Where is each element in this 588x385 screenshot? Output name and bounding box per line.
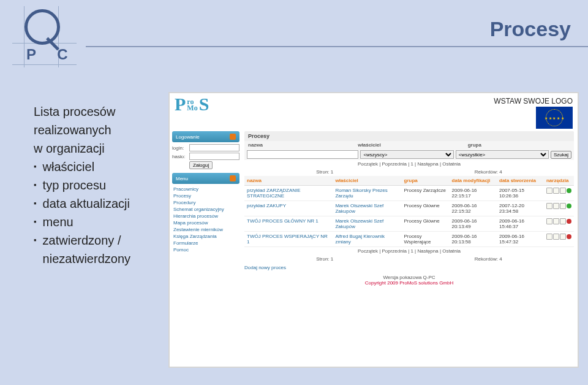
tool-icon[interactable] xyxy=(560,218,566,224)
pager-stron-bottom: Stron: 1 xyxy=(316,256,333,262)
table-row: przykład ZARZĄDZANIE STRATEGICZNERoman S… xyxy=(244,186,574,201)
pager-nav[interactable]: Początek | Poprzednia | 1 | Następna | O… xyxy=(358,161,461,167)
process-link[interactable]: przykład ZARZĄDZANIE STRATEGICZNE xyxy=(247,188,301,199)
add-process-link[interactable]: Dodaj nowy proces xyxy=(244,263,286,272)
section-title: Procesy xyxy=(244,131,574,141)
menu-item[interactable]: Procedury xyxy=(172,199,239,206)
status-unapproved-icon xyxy=(567,219,571,224)
tool-icon[interactable] xyxy=(546,188,552,194)
eu-flag-icon xyxy=(536,107,573,129)
tool-icon[interactable] xyxy=(546,234,552,240)
password-input[interactable] xyxy=(189,153,239,160)
owner-link[interactable]: Alfred Bugaj Kierownik zmiany xyxy=(335,234,384,245)
pager-rekordow-bottom: Rekordów: 4 xyxy=(475,256,502,262)
app-screenshot: P ro Mo S WSTAW SWOJE LOGO Logowanie log… xyxy=(168,92,579,368)
bullet-item: typ procesu xyxy=(34,176,156,194)
owner-link[interactable]: Roman Sikorsky Prezes Zarządu xyxy=(335,188,387,199)
status-approved-icon xyxy=(567,204,571,208)
owner-link[interactable]: Marek Olszewski Szef Zakupów xyxy=(335,203,383,214)
password-label: hasło: xyxy=(172,154,189,159)
bullet-item: data aktualizacji xyxy=(34,194,156,213)
search-wlasciciel-select[interactable]: <wszyscy> xyxy=(360,150,453,159)
footer-copyright: Copyright 2009 ProMoS solutions GmbH xyxy=(247,280,571,286)
footer-version: Wersja pokazowa Q-PC xyxy=(247,275,571,280)
search-nazwa-input[interactable] xyxy=(247,150,358,159)
bullets-heading-line1: Lista procesów xyxy=(34,102,156,121)
tool-icon[interactable] xyxy=(546,203,552,209)
login-label: login: xyxy=(172,145,189,151)
header-placeholder-text: WSTAW SWOJE LOGO xyxy=(494,97,573,105)
slide-bullets: Lista procesów realizowanych w organizac… xyxy=(34,102,156,268)
table-header[interactable]: właściciel xyxy=(333,176,401,186)
bullets-heading-line2: realizowanych xyxy=(34,121,156,139)
process-link[interactable]: przykład ZAKUPY xyxy=(247,203,286,208)
tool-icon[interactable] xyxy=(560,234,566,240)
menu-list: PracownicyProcesyProcedurySchemat organi… xyxy=(172,186,239,253)
login-section-header: Logowanie xyxy=(172,131,239,142)
menu-item[interactable]: Hierarchia procesów xyxy=(172,213,239,219)
logo-q-icon xyxy=(24,9,60,45)
status-approved-icon xyxy=(567,188,571,193)
bullet-item: zatwierdzony / niezatwierdzony xyxy=(34,231,156,268)
table-header[interactable]: grupa xyxy=(402,176,450,186)
table-row: TWÓJ PROCES WSPIERAJĄCY NR 1Alfred Bugaj… xyxy=(244,232,574,247)
bullets-heading-line3: w organizacji xyxy=(34,139,156,158)
collapse-icon[interactable] xyxy=(230,175,236,181)
table-header[interactable]: narzędzia xyxy=(544,176,574,186)
menu-item[interactable]: Pomoc xyxy=(172,246,239,253)
col-wlasciciel-label: właściciel xyxy=(354,141,464,149)
bullet-item: właściciel xyxy=(34,158,156,176)
tool-icon[interactable] xyxy=(546,218,552,224)
table-row: przykład ZAKUPYMarek Olszewski Szef Zaku… xyxy=(244,201,574,216)
tool-icon[interactable] xyxy=(553,234,559,240)
pager-nav-bottom[interactable]: Początek | Poprzednia | 1 | Następna | O… xyxy=(358,248,461,254)
process-table: nazwawłaścicielgrupadata modyfikacjidata… xyxy=(244,176,574,247)
logo-pc-text: P C xyxy=(26,46,77,63)
tool-icon[interactable] xyxy=(560,203,566,209)
collapse-icon[interactable] xyxy=(230,134,236,140)
menu-item[interactable]: Mapa procesów xyxy=(172,219,239,226)
menu-item[interactable]: Pracownicy xyxy=(172,186,239,192)
search-button[interactable]: Szukaj xyxy=(551,151,571,159)
pager-rekordow: Rekordów: 4 xyxy=(475,169,502,175)
login-input[interactable] xyxy=(189,144,239,151)
table-row: TWÓJ PROCES GŁÓWNY NR 1Marek Olszewski S… xyxy=(244,216,574,232)
page-title: Procesy xyxy=(490,17,571,41)
owner-link[interactable]: Marek Olszewski Szef Zakupów xyxy=(335,218,383,229)
menu-item[interactable]: Formularze xyxy=(172,240,239,246)
pager-stron: Stron: 1 xyxy=(316,169,333,175)
menu-item[interactable]: Księga Zarządzania xyxy=(172,233,239,240)
bullet-item: menu xyxy=(34,213,156,231)
login-button[interactable]: Zaloguj xyxy=(189,161,213,169)
title-underline xyxy=(86,46,588,47)
status-unapproved-icon xyxy=(567,234,571,239)
process-link[interactable]: TWÓJ PROCES GŁÓWNY NR 1 xyxy=(247,218,318,224)
search-grupa-select[interactable]: <wszystkie> xyxy=(456,150,549,159)
table-header[interactable]: nazwa xyxy=(244,176,333,186)
col-grupa-label: grupa xyxy=(464,141,574,149)
table-header[interactable]: data stworzenia xyxy=(497,176,544,186)
menu-section-header: Menu xyxy=(172,173,239,184)
menu-item[interactable]: Zestawienie mierników xyxy=(172,226,239,233)
tool-icon[interactable] xyxy=(553,188,559,194)
table-header[interactable]: data modyfikacji xyxy=(450,176,497,186)
tool-icon[interactable] xyxy=(553,203,559,209)
brand-logo: P C xyxy=(9,6,77,71)
tool-icon[interactable] xyxy=(560,188,566,194)
menu-item[interactable]: Procesy xyxy=(172,192,239,199)
tool-icon[interactable] xyxy=(553,218,559,224)
promos-logo: P ro Mo S xyxy=(175,97,209,112)
process-link[interactable]: TWÓJ PROCES WSPIERAJĄCY NR 1 xyxy=(247,234,328,245)
menu-item[interactable]: Schemat organizacyjny xyxy=(172,206,239,213)
col-nazwa-label: nazwa xyxy=(244,141,354,149)
